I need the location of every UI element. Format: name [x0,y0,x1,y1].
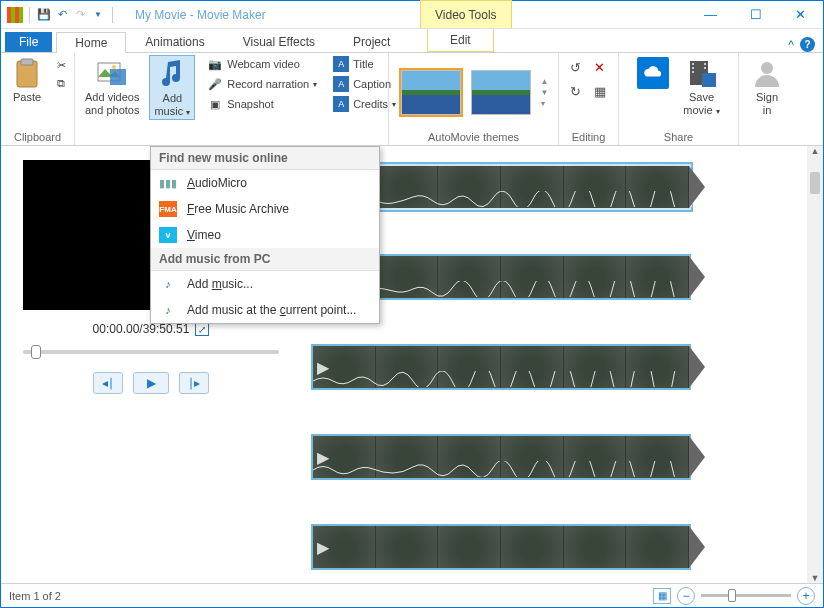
timecode-text: 00:00.00/39:50.51 [93,322,190,336]
seek-thumb[interactable] [31,345,41,359]
workspace: Find new music online ▮▮▮ AudioMicro FMA… [1,146,823,583]
select-all-icon[interactable]: ▦ [591,82,609,100]
fma-icon: FMA [159,201,177,217]
add-videos-photos-button[interactable]: Add videos and photos [81,55,143,118]
svg-rect-1 [21,59,33,65]
svg-rect-9 [704,63,706,65]
ribbon: Paste ✂ ⧉ Clipboard Add videos and photo… [1,53,823,146]
maximize-button[interactable]: ☐ [733,1,778,29]
previous-frame-button[interactable]: ◂∣ [93,372,123,394]
window-title: My Movie - Movie Maker [135,8,266,22]
group-automovie-label: AutoMovie themes [395,129,552,145]
timeline-clip-3[interactable]: ▶ [311,344,691,390]
menu-item-add-music[interactable]: ♪ Add music... [151,271,379,297]
zoom-out-button[interactable]: − [677,587,695,605]
qat-dropdown-icon[interactable]: ▼ [90,7,106,23]
ribbon-collapse-icon[interactable]: ^ [788,38,794,52]
zoom-in-button[interactable]: + [797,587,815,605]
tab-home[interactable]: Home [56,32,126,53]
menu-item-add-music-current-point[interactable]: ♪ Add music at the current point... [151,297,379,323]
tab-animations[interactable]: Animations [126,31,223,52]
film-save-icon [686,57,718,89]
sign-in-label: Sign in [756,91,778,116]
group-editing-label: Editing [565,129,612,145]
zoom-slider[interactable] [701,594,791,597]
help-icon[interactable]: ? [800,37,815,52]
delete-icon[interactable]: ✕ [591,58,609,76]
title-button[interactable]: ATitle [331,55,398,73]
window-controls: — ☐ ✕ [688,1,823,29]
zoom-slider-thumb[interactable] [728,589,736,602]
theme-expand-icon[interactable]: ▾ [541,99,549,108]
close-button[interactable]: ✕ [778,1,823,29]
timeline-clip-4[interactable]: ▶ [311,434,691,480]
automovie-theme-1[interactable] [401,70,461,115]
automovie-theme-2[interactable] [471,70,531,115]
cut-icon[interactable]: ✂ [53,57,69,73]
scroll-up-icon[interactable]: ▲ [811,146,820,156]
title-icon: A [333,56,349,72]
status-bar: Item 1 of 2 ▦ − + [1,583,823,607]
snapshot-button[interactable]: ▣Snapshot [205,95,319,113]
scrollbar-thumb[interactable] [810,172,820,194]
undo-icon[interactable]: ↶ [54,7,70,23]
theme-scroll-up-icon[interactable]: ▲ [541,77,549,86]
tab-visual-effects[interactable]: Visual Effects [224,31,334,52]
redo-icon[interactable]: ↷ [72,7,88,23]
app-icon [7,7,23,23]
share-onedrive-button[interactable] [633,55,673,91]
tab-file[interactable]: File [5,32,52,52]
save-icon[interactable]: 💾 [36,7,52,23]
fma-label: ree Music Archive [194,202,289,216]
tab-project[interactable]: Project [334,31,409,52]
svg-point-3 [112,65,116,69]
save-movie-label: Save movie ▾ [683,91,719,116]
timeline-clip-5[interactable]: ▶ [311,524,691,570]
copy-icon[interactable]: ⧉ [53,75,69,91]
ribbon-tabs: File Home Animations Visual Effects Proj… [1,29,823,53]
thumbnail-view-icon[interactable]: ▦ [653,588,671,604]
group-share-label: Share [625,129,732,145]
menu-item-free-music-archive[interactable]: FMA Free Music Archive [151,196,379,222]
svg-rect-7 [692,67,694,69]
menu-item-audiomicro[interactable]: ▮▮▮ AudioMicro [151,170,379,196]
add-videos-label: Add videos and photos [85,91,139,116]
record-narration-button[interactable]: 🎤Record narration ▾ [205,75,319,93]
credits-icon: A [333,96,349,112]
theme-scroll-down-icon[interactable]: ▼ [541,88,549,97]
playback-controls: ◂∣ ▶ ∣▸ [93,372,209,394]
music-note-small-icon: ♪ [159,276,177,292]
microphone-icon: 🎤 [207,76,223,92]
clipboard-icon [11,57,43,89]
caption-button[interactable]: ACaption [331,75,398,93]
fullscreen-icon[interactable]: ⤢ [195,323,209,336]
music-note-icon [156,58,188,90]
rotate-right-icon[interactable]: ↻ [567,82,585,100]
save-movie-button[interactable]: Save movie ▾ [679,55,723,118]
rotate-left-icon[interactable]: ↺ [567,58,585,76]
webcam-video-button[interactable]: 📷Webcam video [205,55,319,73]
play-button[interactable]: ▶ [133,372,169,394]
svg-rect-4 [110,69,126,85]
seek-slider[interactable] [23,350,279,354]
minimize-button[interactable]: — [688,1,733,29]
add-music-button[interactable]: Add music ▾ [149,55,195,120]
menu-item-vimeo[interactable]: v Vimeo [151,222,379,248]
svg-point-12 [761,62,773,74]
dropdown-header-online: Find new music online [151,147,379,170]
sign-in-button[interactable]: Sign in [747,55,787,118]
user-icon [751,57,783,89]
timecode: 00:00.00/39:50.51 ⤢ [93,322,210,336]
credits-button[interactable]: ACredits ▾ [331,95,398,113]
paste-button[interactable]: Paste [7,55,47,106]
photo-video-icon [96,57,128,89]
vertical-scrollbar[interactable]: ▲ ▼ [807,146,823,583]
scroll-down-icon[interactable]: ▼ [811,573,820,583]
svg-rect-6 [692,63,694,65]
next-frame-button[interactable]: ∣▸ [179,372,209,394]
dropdown-header-pc: Add music from PC [151,248,379,271]
svg-rect-10 [704,67,706,69]
tab-edit[interactable]: Edit [427,29,494,52]
contextual-tab-video-tools[interactable]: Video Tools [420,0,512,28]
webcam-icon: 📷 [207,56,223,72]
